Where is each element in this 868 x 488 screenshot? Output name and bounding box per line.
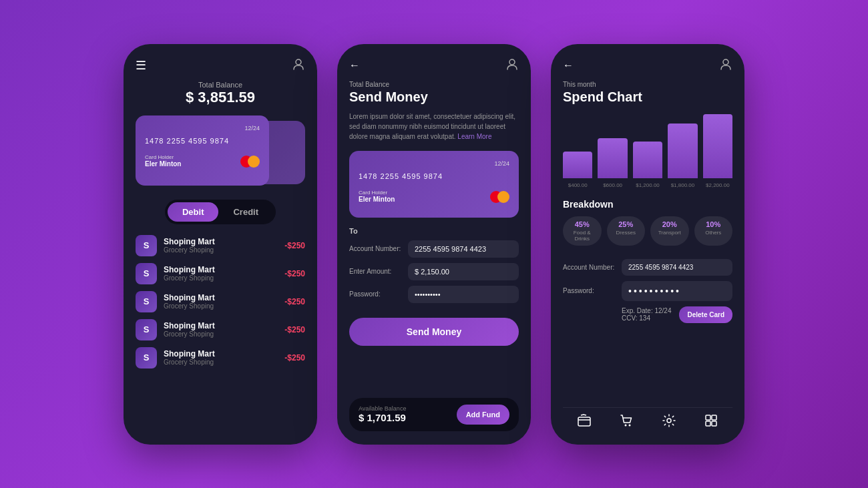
to-label: To [349,227,519,235]
card-display-p2[interactable]: 12/24 1478 2255 4595 9874 Card Holder El… [349,151,519,218]
cart-nav-icon[interactable] [619,413,634,431]
tx-name-2: Shoping Mart [164,265,278,274]
svg-rect-3 [578,417,590,426]
svg-point-5 [629,424,631,426]
credit-tab[interactable]: Credit [218,202,273,222]
learn-more-link[interactable]: Learn More [457,133,491,140]
menu-icon[interactable]: ☰ [136,58,146,73]
bar-3 [633,142,662,178]
password-field-label: Password: [349,290,403,298]
tx-name-4: Shoping Mart [164,321,278,330]
send-money-button[interactable]: Send Money [349,318,519,346]
pill-food-pct: 45% [568,220,596,228]
delete-card-button[interactable]: Delete Card [679,306,732,323]
tx-avatar-4: S [136,319,157,340]
grid-nav-icon[interactable] [704,413,718,431]
ccv: CCV: 134 [622,314,674,322]
bar-4 [668,124,697,178]
phone2-header: ← [349,57,519,74]
page3-label: This month [563,81,732,88]
wallet-nav-icon[interactable] [577,413,592,431]
back-icon-p3[interactable]: ← [563,59,574,71]
card-main[interactable]: 12/24 1478 2255 4595 9874 Card Holder El… [136,115,269,186]
account-input[interactable] [408,240,519,258]
pill-transport: 20% Transport [650,216,689,246]
pill-dresses-label: Dresses [612,230,640,236]
password-input[interactable] [408,286,519,303]
back-icon-p2[interactable]: ← [349,59,360,71]
card-number: 1478 2255 4595 9874 [145,137,260,145]
password-row-p3: Password: •••••••••• [563,281,732,301]
account-row: Account Number: [349,240,519,258]
user-icon-p1[interactable] [292,57,305,74]
svg-rect-10 [712,421,716,426]
tx-amount-3: -$250 [284,297,305,306]
user-icon-p2[interactable] [505,57,519,74]
account-number-label: Account Number: [563,264,616,271]
svg-point-4 [625,424,627,426]
card-holder-label: Card Holder [145,154,181,160]
account-section: Account Number: 2255 4595 9874 4423 Pass… [563,259,732,323]
tx-sub-2: Grocery Shoping [164,274,278,282]
tx-amount-4: -$250 [284,325,305,334]
table-row[interactable]: S Shoping Mart Grocery Shoping -$250 [136,319,305,340]
svg-point-2 [723,59,728,65]
tx-name-1: Shoping Mart [164,237,278,246]
table-row[interactable]: S Shoping Mart Grocery Shoping -$250 [136,291,305,312]
settings-nav-icon[interactable] [662,413,676,431]
tx-info-1: Shoping Mart Grocery Shoping [164,237,278,254]
card-display-date: 12/24 [359,160,509,167]
debit-credit-tabs: Debit Credit [165,200,276,224]
pill-dresses: 25% Dresses [607,216,646,246]
table-row[interactable]: S Shoping Mart Grocery Shoping -$250 [136,235,305,256]
add-fund-button[interactable]: Add Fund [457,405,509,425]
chart-label-2: $600.00 [598,182,627,188]
chart-labels: $400.00 $600.00 $1,200.00 $1,800.00 $2,2… [563,182,732,188]
breakdown-pills: 45% Food & Drinks 25% Dresses 20% Transp… [563,216,732,246]
balance-label: Total Balance [136,81,305,89]
page2-title: Send Money [349,89,519,105]
account-number-row: Account Number: 2255 4595 9874 4423 [563,259,732,276]
transaction-list: S Shoping Mart Grocery Shoping -$250 S S… [136,235,305,369]
tx-avatar-1: S [136,235,157,256]
exp-date: Exp. Date: 12/24 [622,307,674,314]
password-value-p3: •••••••••• [622,281,732,301]
card-holder-name: Eler Minton [145,160,181,168]
bar-chart [563,111,732,178]
table-row[interactable]: S Shoping Mart Grocery Shoping -$250 [136,263,305,284]
tx-amount-1: -$250 [284,241,305,250]
table-row[interactable]: S Shoping Mart Grocery Shoping -$250 [136,347,305,369]
debit-tab[interactable]: Debit [168,202,219,222]
pill-transport-label: Transport [656,230,684,236]
description-text: Lorem ipsum dolor sit amet, consectetuer… [349,111,519,142]
tx-avatar-3: S [136,291,157,312]
account-number-value: 2255 4595 9874 4423 [622,259,732,276]
chart-label-4: $1,800.00 [668,182,697,188]
pill-others-label: Others [700,230,728,236]
card-display-holder-name: Eler Minton [359,196,395,203]
account-field-label: Account Number: [349,245,403,252]
pill-dresses-pct: 25% [612,220,640,228]
chart-label-1: $400.00 [563,182,592,188]
pill-food-label: Food & Drinks [568,230,596,242]
tx-avatar-5: S [136,347,157,369]
tab-buttons: Debit Credit [136,200,305,224]
bottom-bar-p2: Available Balance $ 1,701.59 Add Fund [349,398,519,431]
tx-info-4: Shoping Mart Grocery Shoping [164,321,278,338]
amount-input[interactable] [408,263,519,280]
card-date: 12/24 [145,125,260,132]
password-dots: •••••••••• [628,286,681,296]
amount-field-label: Enter Amount: [349,268,403,275]
tx-amount-5: -$250 [284,353,305,362]
pill-transport-pct: 20% [656,220,684,228]
card-display-holder-label: Card Holder [359,190,395,196]
breakdown-section: Breakdown 45% Food & Drinks 25% Dresses … [563,199,732,250]
balance-amount: $ 3,851.59 [136,89,305,106]
chart-label-3: $1,200.00 [633,182,662,188]
svg-point-6 [667,419,671,423]
bar-5 [703,114,732,178]
tx-name-3: Shoping Mart [164,293,278,302]
user-icon-p3[interactable] [719,57,732,74]
available-balance-amount: $ 1,701.59 [359,412,406,423]
mastercard-icon [240,156,260,168]
